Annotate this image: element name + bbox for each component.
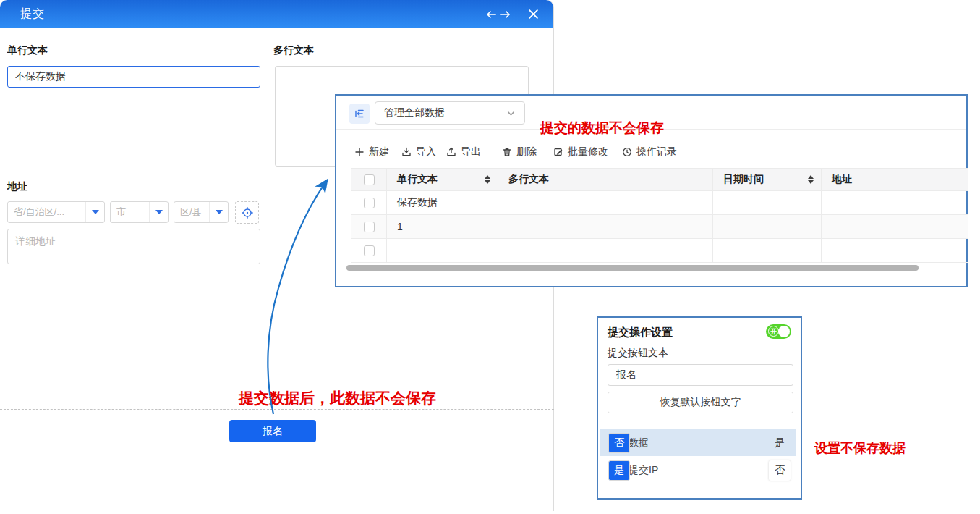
single-line-label: 单行文本 [7,44,48,57]
cell [713,215,822,239]
city-select-arrow[interactable] [149,202,168,222]
address-label: 地址 [7,180,27,193]
multi-line-label: 多行文本 [273,44,314,57]
annotation-panel-note: 提交的数据不会保存 [540,119,664,138]
column-header: 多行文本 [508,173,549,186]
close-icon[interactable] [528,9,539,20]
data-table: 单行文本 多行文本 日期时间 地址 保存数据 1 [351,168,968,263]
table-row[interactable]: 1 [351,215,968,239]
cell [498,191,713,215]
toolbar-batch-edit-button[interactable]: 批量修改 [553,143,608,161]
chevron-down-icon [506,109,516,118]
reset-button-text-button[interactable]: 恢复默认按钮文字 [608,392,793,413]
city-select[interactable]: 市 [110,201,169,223]
horizontal-scrollbar-thumb[interactable] [346,265,919,271]
dialog-header: 提交 [0,0,553,28]
table-header-row: 单行文本 多行文本 日期时间 地址 [351,169,968,191]
data-scope-dropdown[interactable]: 管理全部数据 [375,101,525,125]
batch-edit-icon [553,147,563,157]
delete-icon [502,147,512,157]
district-select-arrow[interactable] [209,202,228,222]
record-ip-yes-button[interactable]: 是 [608,460,630,481]
toolbar-import-button[interactable]: 导入 [401,143,436,161]
column-header: 地址 [832,173,852,186]
district-select[interactable]: 区/县 [174,201,229,223]
save-data-no-button[interactable]: 否 [608,433,630,453]
button-text-input[interactable] [608,364,793,386]
collapse-list-button[interactable] [349,104,370,124]
province-select-arrow[interactable] [85,202,104,222]
option-label: 保存数据 [608,437,766,450]
cell [387,239,498,263]
history-icon [622,147,632,157]
toolbar-export-button[interactable]: 导出 [446,143,481,161]
sort-icon[interactable] [485,175,490,184]
export-icon [446,147,456,157]
toolbar-new-button[interactable]: 新建 [354,143,389,161]
form-submit-button[interactable]: 报名 [229,420,316,442]
data-scope-value: 管理全部数据 [384,106,445,119]
column-header: 日期时间 [723,173,764,186]
cell [822,239,968,263]
resize-width-icon[interactable] [486,9,511,20]
detail-address-textarea[interactable] [7,229,260,264]
locate-button[interactable] [235,201,259,224]
settings-toggle-on[interactable]: 开 [766,324,791,339]
single-line-input[interactable] [7,66,260,88]
row-checkbox[interactable] [364,222,375,232]
submit-settings-panel: 提交操作设置 开 提交按钮文本 恢复默认按钮文字 保存数据 是 否 记录提交IP… [597,316,802,500]
toggle-knob [778,326,790,337]
import-icon [401,147,412,157]
cell [498,215,713,239]
cell [713,239,822,263]
target-icon [241,206,254,219]
sort-icon[interactable] [808,175,814,184]
toolbar-history-button[interactable]: 操作记录 [622,143,677,161]
province-select[interactable]: 省/自治区/... [7,201,105,223]
column-header: 单行文本 [397,173,438,186]
caret-down-icon [216,210,223,214]
cell [713,191,822,215]
button-text-label: 提交按钮文本 [608,347,668,360]
cell [498,239,713,263]
annotation-settings-note: 设置不保存数据 [814,439,906,457]
table-row[interactable] [351,239,968,263]
save-data-yes-button[interactable]: 是 [769,433,791,453]
city-placeholder: 市 [111,206,149,219]
toolbar-delete-button[interactable]: 删除 [502,143,537,161]
dialog-title: 提交 [20,7,45,22]
collapse-left-icon [354,108,365,119]
row-checkbox[interactable] [364,198,375,208]
option-row-save-data: 保存数据 是 否 [600,429,796,456]
district-placeholder: 区/县 [174,206,209,219]
select-all-checkbox[interactable] [364,174,375,185]
row-checkbox[interactable] [364,245,375,256]
cell [822,191,968,215]
settings-title: 提交操作设置 [608,326,673,340]
caret-down-icon [92,210,99,214]
cell: 1 [387,215,498,239]
option-label: 记录提交IP [608,464,766,477]
annotation-form-note: 提交数据后，此数据不会保存 [239,388,436,408]
plus-icon [354,147,365,157]
screenshot-canvas: 提交 单行文本 多行文本 地址 省/自治区/... 市 区/县 [0,0,980,514]
cell [822,215,968,239]
toggle-on-label: 开 [768,326,779,337]
table-row[interactable]: 保存数据 [351,191,968,215]
page-break-divider [0,409,554,410]
record-ip-no-button[interactable]: 否 [769,460,791,481]
option-row-record-ip: 记录提交IP 是 否 [600,457,796,484]
province-placeholder: 省/自治区/... [8,206,85,219]
dialog-actions [486,9,539,20]
cell: 保存数据 [387,191,498,215]
caret-down-icon [155,210,163,214]
